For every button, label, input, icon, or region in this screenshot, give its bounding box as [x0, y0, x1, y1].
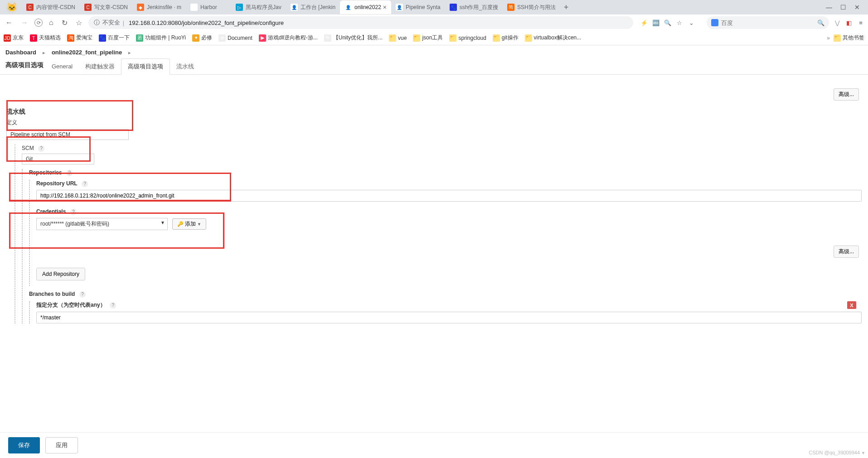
breadcrumb-job[interactable]: online2022_font_pipeline [52, 49, 122, 56]
star-icon[interactable]: ☆ [74, 19, 84, 27]
bookmark-label: 爱淘宝 [76, 34, 92, 42]
bookmark-item[interactable]: 📁springcloud [449, 34, 486, 42]
repo-url-input[interactable] [36, 190, 862, 202]
browser-tab[interactable]: ⊚Harbor [186, 0, 231, 14]
bookmark-item[interactable]: 📁json工具 [413, 34, 443, 42]
bookmark-bar: JD京东T天猫精选淘爱淘宝🐾百度一下若功能组件 | RuoYi✦必修⊚Docum… [0, 31, 868, 45]
bookmark-item[interactable]: 淘爱淘宝 [67, 34, 92, 42]
bookmark-item[interactable]: 若功能组件 | RuoYi [136, 34, 186, 42]
bookmark-item[interactable]: ▶游戏dll逆向教程-游... [259, 34, 318, 42]
bookmark-item[interactable]: ✎【Unity优化】我所... [324, 34, 383, 42]
browser-tab[interactable]: ◆Jenkinsfile · m [132, 0, 186, 14]
tab-title: 工作台 [Jenkin [301, 4, 335, 11]
credentials-dropdown[interactable]: root/****** (gitlab账号和密码) [36, 218, 168, 230]
shield-icon[interactable]: ⋁ [834, 19, 841, 26]
tab-title: Jenkinsfile · m [147, 4, 181, 10]
tab-advanced[interactable]: 高级项目选项 [121, 58, 170, 75]
address-bar[interactable]: ⓘ 不安全 | 192.168.0.120:8080/job/online202… [88, 16, 633, 29]
info-icon[interactable]: ⓘ [94, 19, 100, 27]
forward-button[interactable]: → [19, 19, 30, 27]
tab-triggers[interactable]: 构建触发器 [79, 59, 121, 74]
favicon-icon: C [26, 4, 34, 11]
pdf-icon[interactable]: ◧ [845, 19, 853, 26]
advanced-button-top[interactable]: 高级... [834, 88, 859, 101]
favicon-icon: ⊚ [190, 4, 198, 11]
tab-general[interactable]: General [45, 59, 79, 73]
branch-spec-input[interactable] [36, 312, 862, 323]
bookmark-label: vue [398, 35, 407, 41]
minimize-icon[interactable]: — [826, 4, 832, 11]
browser-tab[interactable]: ▷黑马程序员Jav [231, 0, 286, 14]
advanced-button-repo[interactable]: 高级... [834, 246, 859, 258]
browser-search-input[interactable] [721, 19, 817, 26]
bookmark-label: 必修 [201, 34, 212, 42]
bookmark-item[interactable]: 📁vue [389, 34, 407, 42]
browser-tab[interactable]: 简SSH简介与用法 [503, 0, 560, 14]
browser-tab[interactable]: C内容管理-CSDN [22, 0, 80, 14]
help-icon[interactable]: ? [38, 145, 44, 152]
favicon-icon: 简 [507, 4, 514, 11]
bookmark-item[interactable]: T天猫精选 [30, 34, 61, 42]
repo-url-label: Repository URL [36, 180, 78, 187]
delete-branch-button[interactable]: X [847, 301, 856, 309]
bookmark-icon: 📁 [449, 34, 456, 42]
tab-title: ssh作用_百度搜 [460, 4, 498, 11]
amp-icon[interactable]: ⚡ [640, 19, 648, 26]
tab-pipeline[interactable]: 流水线 [170, 59, 200, 74]
help-icon[interactable]: ? [79, 291, 86, 298]
add-repository-button[interactable]: Add Repository [36, 268, 85, 280]
favicon-icon: 👤 [291, 4, 298, 11]
browser-tab[interactable]: 🐾ssh作用_百度搜 [445, 0, 503, 14]
bookmark-item[interactable]: JD京东 [4, 34, 24, 42]
bookmark-label: git操作 [502, 34, 519, 42]
definition-dropdown[interactable]: Pipeline script from SCM [6, 129, 129, 140]
browser-tab[interactable]: 👤online2022× [340, 0, 391, 14]
help-icon[interactable]: ? [66, 170, 73, 176]
search-icon[interactable]: 🔍 [817, 19, 824, 26]
bookmark-label: json工具 [422, 34, 443, 42]
breadcrumb-dashboard[interactable]: Dashboard [5, 49, 36, 56]
add-credential-button[interactable]: 🔑 添加 ▼ [172, 218, 206, 230]
bookmark-icon: ✦ [192, 34, 199, 42]
back-button[interactable]: ← [4, 19, 15, 27]
chevron-down-icon: ▼ [197, 222, 201, 227]
bookmark-icon: ✎ [324, 34, 331, 42]
reload-button[interactable]: ⟳ [34, 19, 43, 27]
chevron-down-icon[interactable]: ⌄ [688, 19, 695, 26]
close-tab-icon[interactable]: × [383, 4, 387, 11]
bookmark-label: 游戏dll逆向教程-游... [268, 34, 318, 42]
bookmark-icon: 淘 [67, 34, 74, 42]
translate-icon[interactable]: 🔤 [652, 19, 659, 26]
other-bookmarks-folder[interactable]: 📁 其他书签 [834, 34, 864, 42]
scm-dropdown[interactable]: Git [22, 154, 94, 164]
undo-nav-icon[interactable]: ↻ [60, 19, 69, 27]
bookmark-label: 天猫精选 [39, 34, 61, 42]
bookmark-overflow-icon[interactable]: » [827, 35, 830, 41]
bookmark-item[interactable]: 📁git操作 [493, 34, 519, 42]
help-icon[interactable]: ? [82, 181, 88, 187]
menu-icon[interactable]: ≡ [857, 19, 864, 26]
maximize-icon[interactable]: ☐ [840, 4, 846, 11]
bookmark-item[interactable]: ✦必修 [192, 34, 212, 42]
search-page-icon[interactable]: 🔍 [664, 19, 671, 26]
tab-title: 写文章-CSDN [94, 4, 128, 11]
tab-title: Pipeline Synta [406, 4, 441, 10]
section-title-left: 高级项目选项 [5, 61, 44, 69]
breadcrumb: Dashboard online2022_font_pipeline [0, 45, 868, 59]
browser-tab[interactable]: 👤工作台 [Jenkin [286, 0, 340, 14]
new-tab-button[interactable]: + [560, 3, 572, 12]
bookmark-item[interactable]: 🐾百度一下 [99, 34, 130, 42]
bookmark-item[interactable]: ⊚Document [218, 34, 252, 42]
bookmark-item[interactable]: 📁virtualbox解决cen... [525, 34, 582, 42]
profile-avatar[interactable] [5, 1, 18, 14]
bookmark-label: 功能组件 | RuoYi [145, 34, 186, 42]
bookmark-star-icon[interactable]: ☆ [676, 19, 683, 26]
help-icon[interactable]: ? [110, 302, 116, 309]
browser-tab[interactable]: 👤Pipeline Synta [391, 0, 445, 14]
browser-search-box[interactable]: 🔍 [707, 16, 829, 29]
close-window-icon[interactable]: ✕ [854, 4, 860, 11]
home-button[interactable]: ⌂ [47, 19, 55, 27]
help-icon[interactable]: ? [70, 209, 77, 215]
browser-tab[interactable]: C写文章-CSDN [80, 0, 132, 14]
repositories-label: Repositories [29, 169, 62, 176]
